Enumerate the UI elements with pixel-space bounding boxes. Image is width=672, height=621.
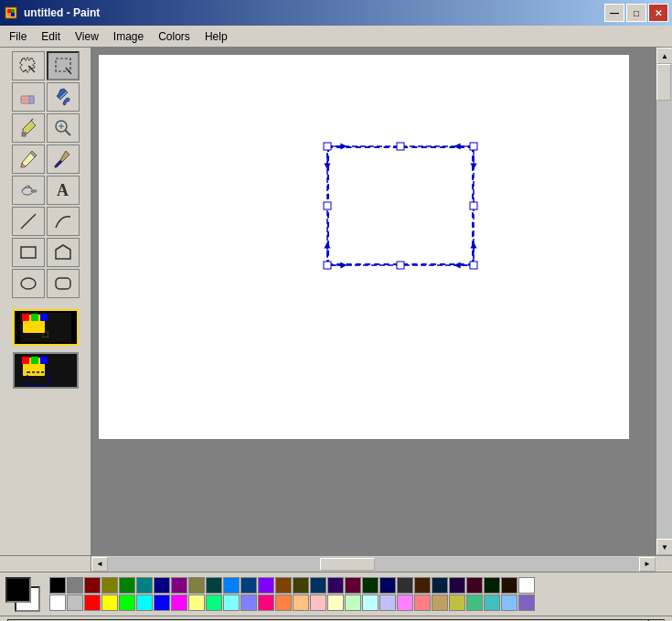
scroll-thumb-horizontal[interactable]: [320, 558, 375, 571]
foreground-color-box[interactable]: [5, 577, 31, 603]
menu-edit[interactable]: Edit: [34, 28, 68, 45]
palette-lightblue[interactable]: [223, 577, 240, 594]
palette-brown[interactable]: [275, 577, 292, 594]
palette-darkbrown2[interactable]: [414, 577, 431, 594]
free-select-tool[interactable]: [12, 51, 45, 80]
ellipse-tool[interactable]: [12, 269, 45, 298]
palette-verydarkbrown[interactable]: [501, 577, 517, 594]
palette-olive[interactable]: [101, 577, 118, 594]
palette-darkyellow[interactable]: [188, 577, 205, 594]
line-tool[interactable]: [12, 207, 45, 236]
rectangle-tool[interactable]: [12, 238, 45, 267]
palette-palecyan[interactable]: [362, 594, 379, 611]
palette-verydarkgreen[interactable]: [484, 577, 500, 594]
palette-black[interactable]: [49, 577, 66, 594]
polygon-tool[interactable]: [47, 238, 80, 267]
scrollbar-corner: [656, 556, 672, 571]
palette-darkblue[interactable]: [154, 577, 170, 594]
maximize-button[interactable]: □: [626, 4, 646, 22]
brush-tool[interactable]: [47, 145, 80, 174]
palette-lightgreen[interactable]: [206, 594, 222, 611]
palette-blue[interactable]: [154, 594, 170, 611]
magnify-tool[interactable]: [47, 113, 80, 143]
rect-select-tool[interactable]: [47, 51, 80, 80]
palette-lavender[interactable]: [397, 594, 413, 611]
palette-orange[interactable]: [275, 594, 292, 611]
palette-lightorange[interactable]: [293, 594, 309, 611]
tool-thumbnail-active[interactable]: ⬚: [13, 309, 79, 346]
palette-darkbrown[interactable]: [293, 577, 309, 594]
palette-darkmaroon[interactable]: [466, 577, 483, 594]
svg-rect-44: [470, 202, 477, 209]
palette-skycyan[interactable]: [484, 594, 500, 611]
palette-violet[interactable]: [258, 577, 274, 594]
palette-magenta[interactable]: [171, 594, 187, 611]
palette-darkteal[interactable]: [206, 577, 222, 594]
curve-tool[interactable]: [47, 207, 80, 236]
selection-overlay: [99, 55, 629, 439]
palette-coral[interactable]: [414, 594, 431, 611]
canvas-scroll-area[interactable]: [91, 48, 656, 555]
svg-rect-39: [327, 146, 474, 265]
menu-file[interactable]: File: [2, 28, 34, 45]
scroll-track-horizontal[interactable]: [108, 557, 639, 572]
palette-darkgray[interactable]: [67, 577, 83, 594]
palette-tan[interactable]: [432, 594, 448, 611]
tool-thumbnail-secondary[interactable]: [13, 352, 79, 389]
palette-lightpink[interactable]: [310, 594, 326, 611]
palette-lightyellow2[interactable]: [327, 594, 344, 611]
palette-yellow[interactable]: [101, 594, 118, 611]
palette-lightgray[interactable]: [67, 594, 83, 611]
palette-teal[interactable]: [136, 577, 153, 594]
palette-darkred[interactable]: [84, 577, 101, 594]
eraser-tool[interactable]: [12, 82, 45, 112]
menu-help[interactable]: Help: [197, 28, 235, 45]
scroll-up-button[interactable]: ▲: [656, 48, 672, 64]
palette-cyan[interactable]: [136, 594, 153, 611]
palette-lightolive[interactable]: [449, 594, 465, 611]
scroll-left-button[interactable]: ◄: [91, 557, 108, 572]
eyedropper-tool[interactable]: [12, 113, 45, 143]
palette-purple[interactable]: [171, 577, 187, 594]
palette-skyblue[interactable]: [501, 594, 517, 611]
menu-image[interactable]: Image: [106, 28, 151, 45]
canvas[interactable]: [99, 55, 629, 439]
palette-green[interactable]: [119, 594, 135, 611]
palette-verydarkblue[interactable]: [432, 577, 448, 594]
palette-lightyellow[interactable]: [188, 594, 205, 611]
palette-darknavy2[interactable]: [310, 577, 326, 594]
airbrush-tool[interactable]: [12, 176, 45, 205]
text-tool[interactable]: A: [47, 176, 80, 205]
close-button[interactable]: ✕: [648, 4, 668, 22]
current-colors: [5, 577, 44, 612]
palette-palegreen[interactable]: [345, 594, 361, 611]
palette-darkgreen[interactable]: [119, 577, 135, 594]
menu-colors[interactable]: Colors: [151, 28, 197, 45]
palette-periwinkle[interactable]: [240, 594, 257, 611]
color-palette: [0, 572, 672, 616]
scroll-down-button[interactable]: ▼: [656, 539, 672, 555]
palette-lightcyan[interactable]: [223, 594, 240, 611]
rounded-rect-tool[interactable]: [47, 269, 80, 298]
pencil-tool[interactable]: [12, 145, 45, 174]
minimize-button[interactable]: —: [604, 4, 624, 22]
palette-darkpurple[interactable]: [327, 577, 344, 594]
palette-charcoal[interactable]: [397, 577, 413, 594]
palette-white2[interactable]: [49, 594, 66, 611]
scroll-thumb-vertical[interactable]: [656, 64, 671, 101]
scroll-right-button[interactable]: ►: [639, 557, 656, 572]
palette-slateblue[interactable]: [518, 594, 535, 611]
scroll-track-vertical[interactable]: [656, 64, 672, 539]
palette-pink[interactable]: [258, 594, 274, 611]
fill-tool[interactable]: [47, 82, 80, 112]
palette-darknavy[interactable]: [240, 577, 257, 594]
palette-palelilac[interactable]: [379, 594, 396, 611]
palette-darkgreen2[interactable]: [362, 577, 379, 594]
menu-view[interactable]: View: [68, 28, 106, 45]
palette-white-end[interactable]: [518, 577, 535, 594]
palette-maroon[interactable]: [345, 577, 361, 594]
palette-mintgreen[interactable]: [466, 594, 483, 611]
palette-navyblue[interactable]: [379, 577, 396, 594]
palette-red[interactable]: [84, 594, 101, 611]
palette-darkpurple2[interactable]: [449, 577, 465, 594]
